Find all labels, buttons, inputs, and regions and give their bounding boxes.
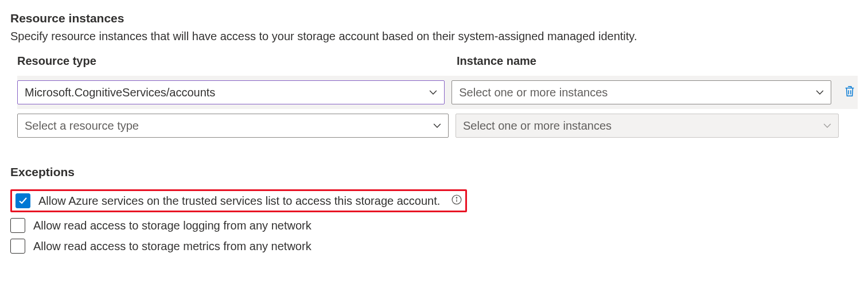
- exception-checkbox[interactable]: [10, 239, 25, 254]
- exceptions-section: Exceptions Allow Azure services on the t…: [10, 165, 858, 254]
- instance-name-column-header: Instance name: [457, 55, 841, 68]
- resource-type-placeholder: Select a resource type: [25, 119, 139, 133]
- resource-instances-heading: Resource instances: [10, 11, 858, 25]
- instance-name-dropdown[interactable]: Select one or more instances: [451, 80, 831, 104]
- chevron-down-icon: [816, 86, 824, 99]
- exception-label: Allow Azure services on the trusted serv…: [38, 194, 440, 208]
- trash-icon: [843, 85, 856, 100]
- resource-type-dropdown[interactable]: Select a resource type: [17, 114, 449, 138]
- exception-item-logging: Allow read access to storage logging fro…: [10, 218, 858, 233]
- exception-item-trusted-services: Allow Azure services on the trusted serv…: [10, 189, 467, 212]
- resource-instances-table: Resource type Instance name Microsoft.Co…: [17, 55, 858, 142]
- instance-name-placeholder: Select one or more instances: [459, 86, 608, 99]
- instance-name-dropdown: Select one or more instances: [456, 114, 839, 138]
- svg-point-1: [457, 197, 457, 197]
- resource-instances-description: Specify resource instances that will hav…: [10, 30, 858, 43]
- resource-type-value: Microsoft.CognitiveServices/accounts: [25, 86, 215, 99]
- chevron-down-icon: [429, 86, 437, 99]
- resource-instance-row: Microsoft.CognitiveServices/accounts Sel…: [17, 76, 858, 109]
- resource-instance-row: Select a resource type Select one or mor…: [17, 109, 858, 142]
- exception-label: Allow read access to storage logging fro…: [33, 219, 312, 232]
- column-headers-row: Resource type Instance name: [17, 55, 858, 68]
- exception-checkbox[interactable]: [15, 193, 30, 208]
- resource-type-dropdown[interactable]: Microsoft.CognitiveServices/accounts: [17, 80, 445, 104]
- chevron-down-icon: [433, 119, 441, 133]
- exception-item-metrics: Allow read access to storage metrics fro…: [10, 239, 858, 254]
- chevron-down-icon: [823, 119, 831, 133]
- info-icon[interactable]: [448, 194, 462, 208]
- exception-label: Allow read access to storage metrics fro…: [33, 240, 312, 253]
- resource-instances-section: Resource instances Specify resource inst…: [10, 11, 858, 142]
- instance-name-placeholder: Select one or more instances: [463, 119, 612, 133]
- resource-type-column-header: Resource type: [17, 55, 450, 68]
- exception-checkbox[interactable]: [10, 218, 25, 233]
- exceptions-heading: Exceptions: [10, 165, 858, 179]
- delete-row-button[interactable]: [842, 84, 858, 100]
